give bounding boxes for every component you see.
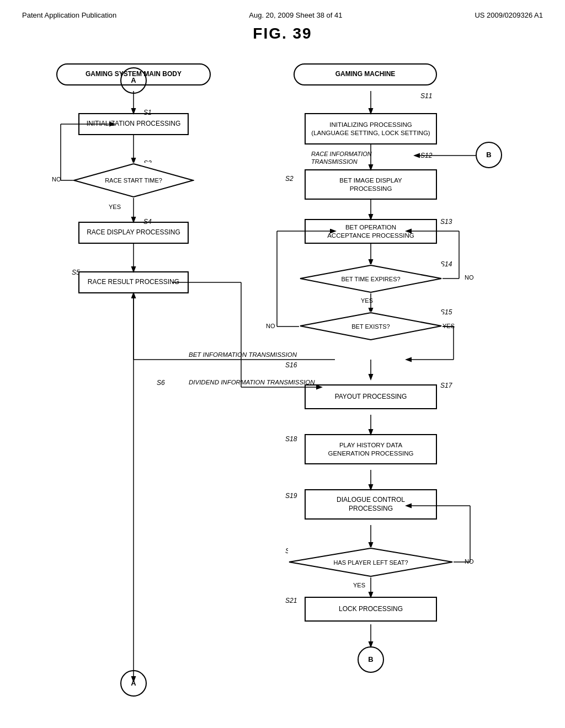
no-race-start: NO [52, 176, 61, 183]
header-middle: Aug. 20, 2009 Sheet 38 of 41 [249, 11, 342, 19]
payout-box: PAYOUT PROCESSING [305, 384, 437, 409]
s2-label: S2 [285, 175, 294, 183]
yes-player-left: YES [353, 582, 365, 588]
yes-bet-exists: YES [443, 323, 455, 329]
s17-label: S17 [440, 382, 452, 389]
lock-proc-box: LOCK PROCESSING [305, 597, 437, 622]
init-proc-gm-box: INITIALIZING PROCESSING(LANGUAGE SETTING… [305, 113, 437, 144]
bet-exists-diamond: BET EXISTS? [299, 312, 443, 341]
bet-image-box: BET IMAGE DISPLAYPROCESSING [305, 169, 437, 200]
circle-a-top: A [120, 67, 147, 94]
header-right: US 2009/0209326 A1 [475, 11, 543, 19]
race-display-box: RACE DISPLAY PROCESSING [78, 222, 189, 244]
bet-time-diamond: BET TIME EXPIRES? [299, 264, 443, 293]
page: Patent Application Publication Aug. 20, … [0, 0, 565, 728]
header: Patent Application Publication Aug. 20, … [22, 11, 543, 19]
dividend-trans-label: DIVIDEND INFORMATION TRANSMISSION [189, 379, 315, 386]
s18-label: S18 [285, 435, 297, 443]
bet-info-trans-label: BET INFORMATION TRANSMISSION [189, 351, 297, 358]
init-proc-box: INITIALIZATION PROCESSING [78, 113, 189, 135]
race-start-diamond: RACE START TIME? [73, 163, 194, 198]
fig-title: FIG. 39 [22, 25, 543, 42]
s11-label: S11 [420, 92, 432, 100]
s16-label: S16 [285, 361, 297, 369]
flowchart: GAMING SYSTEM MAIN BODY A S1 INITIALIZAT… [23, 53, 542, 704]
s21-label: S21 [285, 597, 297, 604]
s6-label: S6 [157, 379, 165, 387]
no-bet-time: NO [465, 274, 474, 281]
header-left: Patent Application Publication [22, 11, 116, 19]
yes-race-start: YES [109, 204, 121, 210]
s12-label: S12 [420, 152, 432, 159]
circle-b-top: B [476, 142, 502, 168]
dialogue-box: DIALOGUE CONTROLPROCESSING [305, 489, 437, 520]
s19-label: S19 [285, 492, 297, 500]
play-hist-box: PLAY HISTORY DATAGENERATION PROCESSING [305, 434, 437, 464]
player-left-diamond: HAS PLAYER LEFT SEAT? [288, 547, 454, 577]
race-result-box: RACE RESULT PROCESSING [78, 271, 189, 293]
no-player-left: NO [465, 558, 474, 565]
no-bet-exists: NO [266, 323, 275, 329]
circle-b-bot: B [358, 646, 384, 673]
circle-a-bot: A [120, 670, 147, 697]
gaming-machine-header: GAMING MACHINE [294, 63, 437, 85]
race-info-trans-label: RACE INFORMATIONTRANSMISSION [311, 150, 372, 166]
bet-op-box: BET OPERATIONACCEPTANCE PROCESSING [305, 219, 437, 244]
yes-bet-time: YES [361, 297, 373, 304]
s13-label: S13 [440, 218, 452, 226]
